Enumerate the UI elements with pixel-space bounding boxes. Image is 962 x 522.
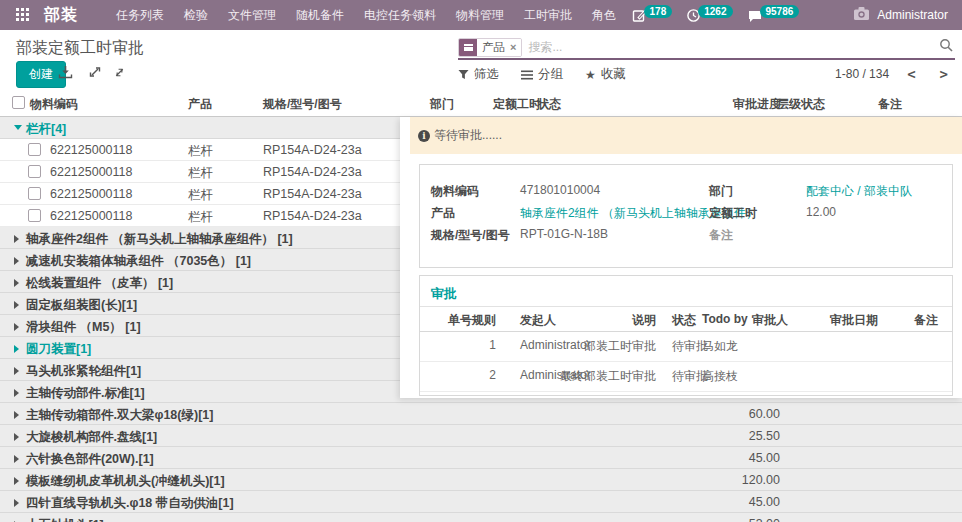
star-icon: ★ — [585, 68, 596, 82]
field-value-dept-link[interactable]: 配套中心 / 部装中队 — [806, 183, 912, 200]
top-menu-item[interactable]: 电控任务领料 — [354, 0, 446, 30]
expand-all-icon[interactable] — [88, 65, 102, 83]
field-label-dept: 部门 — [709, 183, 733, 200]
group-row[interactable]: 四针直线导轨机头.φ18 带自动供油[1]45.00 — [0, 491, 962, 513]
group-row[interactable]: 模板缝纫机皮革机机头(冲缝机头)[1]120.00 — [0, 469, 962, 491]
caret-right-icon[interactable] — [14, 389, 19, 397]
top-menu-item[interactable]: 文件管理 — [218, 0, 286, 30]
apps-grid-icon[interactable] — [16, 8, 30, 22]
top-menu-item[interactable]: 工时审批 — [514, 0, 582, 30]
column-header[interactable]: 规格/型号/图号 — [263, 96, 342, 113]
approval-cell: 1 — [430, 338, 496, 352]
activities-count-badge: 178 — [644, 5, 673, 18]
caret-right-icon[interactable] — [14, 345, 19, 353]
group-row[interactable]: 大旋梭机构部件.盘线[1]25.50 — [0, 425, 962, 447]
pager-range: 1-80 / 134 — [835, 67, 889, 81]
approval-column-header: 发起人 — [520, 312, 556, 329]
filter-menu[interactable]: 筛选 — [458, 66, 499, 83]
caret-right-icon[interactable] — [14, 257, 19, 265]
pager-previous-icon[interactable]: < — [907, 66, 915, 82]
caret-right-icon[interactable] — [14, 279, 19, 287]
group-row[interactable]: 十五针机头[1]53.00 — [0, 513, 962, 522]
field-label-note: 备注 — [709, 227, 733, 244]
pager: 1-80 / 134 < > — [835, 66, 948, 82]
group-label: 滑块组件 （M5） [1] — [26, 319, 141, 336]
timer-count-badge: 1262 — [698, 5, 732, 18]
group-label: 主轴传动部件.标准[1] — [26, 385, 145, 402]
top-menu: 任务列表检验文件管理随机备件电控任务领料物料管理工时审批角色 — [106, 0, 626, 30]
row-checkbox[interactable] — [28, 209, 41, 222]
funnel-icon — [458, 69, 469, 80]
column-header[interactable]: 部门 — [430, 96, 454, 113]
search-icon[interactable] — [939, 38, 953, 56]
column-header[interactable]: 备注 — [878, 96, 902, 113]
column-header[interactable]: 产品 — [188, 96, 212, 113]
group-label: 松线装置组件 （皮革） [1] — [26, 275, 173, 292]
groupby-menu[interactable]: 分组 — [521, 66, 563, 83]
column-header[interactable]: 层级状态 — [777, 96, 825, 113]
search-bar: 产品 × — [458, 36, 955, 60]
field-label-product: 产品 — [431, 205, 455, 222]
favorites-menu[interactable]: ★ 收藏 — [585, 66, 626, 83]
cell-product: 栏杆 — [188, 165, 213, 182]
select-all-checkbox[interactable] — [12, 96, 25, 109]
caret-right-icon[interactable] — [14, 455, 19, 463]
approval-title: 审批 — [431, 285, 457, 303]
timer-ticker[interactable]: 1262 — [686, 8, 732, 23]
user-menu[interactable]: Administrator — [853, 6, 948, 25]
group-aggregate-hours: 45.00 — [749, 451, 780, 465]
group-aggregate-hours: 53.00 — [749, 517, 780, 522]
caret-right-icon[interactable] — [14, 499, 19, 507]
search-input[interactable] — [522, 40, 939, 54]
group-label: 主轴传动箱部件.双大梁φ18(绿)[1] — [26, 407, 213, 424]
collapse-all-icon[interactable] — [113, 65, 126, 83]
caret-right-icon[interactable] — [14, 301, 19, 309]
export-download-icon[interactable] — [58, 65, 73, 84]
list-header: 物料编码产品规格/型号/图号部门定额工时状态审批进度层级状态备注 — [0, 90, 962, 117]
messages-count-badge: 95786 — [760, 5, 800, 18]
approval-row[interactable]: 2Administrator最终部装工时审批待审批高接枝 — [420, 362, 952, 392]
column-header[interactable]: 定额工时 — [493, 96, 541, 113]
caret-right-icon[interactable] — [14, 477, 19, 485]
top-menu-item[interactable]: 任务列表 — [106, 0, 174, 30]
column-header[interactable]: 审批进度 — [733, 96, 781, 113]
caret-right-icon[interactable] — [14, 367, 19, 375]
field-value-spec: RPT-01G-N-18B — [520, 227, 608, 241]
caret-down-icon[interactable] — [14, 125, 22, 130]
caret-right-icon[interactable] — [14, 411, 19, 419]
row-checkbox[interactable] — [28, 165, 41, 178]
facet-remove-icon[interactable]: × — [510, 41, 516, 53]
group-aggregate-hours: 25.50 — [749, 429, 780, 443]
column-header[interactable]: 物料编码 — [30, 96, 78, 113]
caret-right-icon[interactable] — [14, 433, 19, 441]
column-header[interactable]: 状态 — [537, 96, 561, 113]
activities-ticker[interactable]: 178 — [632, 8, 673, 23]
page-title: 部装定额工时审批 — [16, 38, 144, 59]
group-aggregate-hours: 60.00 — [749, 407, 780, 421]
top-menu-item[interactable]: 随机备件 — [286, 0, 354, 30]
record-detail-card: 物料编码 471801010004 部门 配套中心 / 部装中队 产品 轴承座件… — [419, 164, 953, 268]
app-name[interactable]: 部装 — [44, 5, 78, 26]
cell-code: 622125000118 — [50, 143, 133, 157]
caret-right-icon[interactable] — [14, 235, 19, 243]
cell-spec: RP154A-D24-23a — [263, 187, 362, 201]
top-menu-item[interactable]: 角色 — [582, 0, 626, 30]
caret-right-icon[interactable] — [14, 323, 19, 331]
approval-cell: 最终部装工时审批 — [560, 368, 656, 385]
approval-column-header: 说明 — [632, 312, 656, 329]
pager-next-icon[interactable]: > — [940, 66, 948, 82]
messages-ticker[interactable]: 95786 — [747, 8, 800, 23]
search-facet: 产品 × — [458, 38, 522, 57]
group-label: 六针换色部件(20W).[1] — [26, 451, 154, 468]
top-menu-item[interactable]: 检验 — [174, 0, 218, 30]
row-checkbox[interactable] — [28, 187, 41, 200]
group-row[interactable]: 六针换色部件(20W).[1]45.00 — [0, 447, 962, 469]
cell-product: 栏杆 — [188, 209, 213, 226]
top-menu-item[interactable]: 物料管理 — [446, 0, 514, 30]
cell-spec: RP154A-D24-23a — [263, 209, 362, 223]
status-warning-banner: i 等待审批...... — [410, 117, 962, 154]
group-aggregate-hours: 120.00 — [742, 473, 780, 487]
row-checkbox[interactable] — [28, 143, 41, 156]
group-row[interactable]: 主轴传动箱部件.双大梁φ18(绿)[1]60.00 — [0, 403, 962, 425]
approval-row[interactable]: 1Administrator部装工时审批待审批马如龙 — [420, 332, 952, 362]
